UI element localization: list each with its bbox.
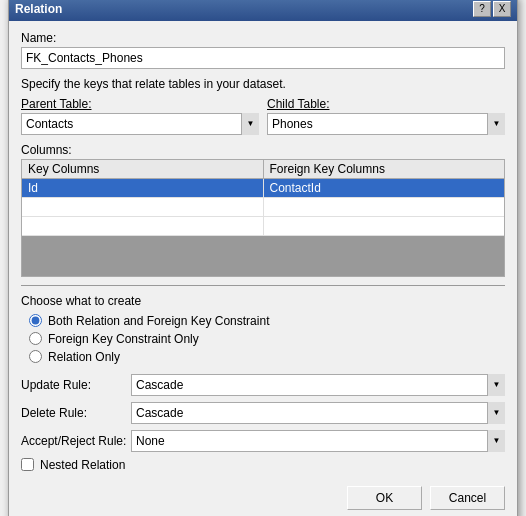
- radio-both-label: Both Relation and Foreign Key Constraint: [48, 314, 269, 328]
- parent-table-select[interactable]: Contacts: [21, 113, 259, 135]
- columns-label: Columns:: [21, 143, 505, 157]
- accept-reject-rule-select[interactable]: None Cascade: [131, 430, 505, 452]
- dialog-body: Name: Specify the keys that relate table…: [9, 21, 517, 517]
- choose-label: Choose what to create: [21, 294, 505, 308]
- specify-text: Specify the keys that relate tables in y…: [21, 77, 505, 91]
- radio-fk-only-input[interactable]: [29, 332, 42, 345]
- key-cell: [22, 217, 264, 235]
- columns-table: Key Columns Foreign Key Columns Id Conta…: [21, 159, 505, 277]
- title-bar-buttons: ? X: [473, 1, 511, 17]
- parent-table-select-wrapper: Contacts ▼: [21, 113, 259, 135]
- name-label: Name:: [21, 31, 505, 45]
- foreign-cell: ContactId: [264, 179, 505, 197]
- child-table-select-wrapper: Phones ▼: [267, 113, 505, 135]
- columns-empty-area: [22, 236, 504, 276]
- ok-button[interactable]: OK: [347, 486, 422, 510]
- nested-relation-row: Nested Relation: [21, 458, 505, 472]
- columns-rows-container: Id ContactId: [22, 179, 504, 236]
- radio-relation-only[interactable]: Relation Only: [29, 350, 505, 364]
- child-table-select[interactable]: Phones: [267, 113, 505, 135]
- nested-relation-checkbox[interactable]: [21, 458, 34, 471]
- columns-header: Key Columns Foreign Key Columns: [22, 160, 504, 179]
- key-cell: Id: [22, 179, 264, 197]
- table-row[interactable]: Id ContactId: [22, 179, 504, 198]
- child-table-group: Child Table: Phones ▼: [267, 97, 505, 135]
- update-rule-row: Update Rule: Cascade None SetNull SetDef…: [21, 374, 505, 396]
- dialog-title: Relation: [15, 2, 62, 16]
- update-rule-label: Update Rule:: [21, 378, 131, 392]
- delete-rule-row: Delete Rule: Cascade None SetNull SetDef…: [21, 402, 505, 424]
- delete-rule-select[interactable]: Cascade None SetNull SetDefault: [131, 402, 505, 424]
- key-columns-header: Key Columns: [22, 160, 264, 178]
- button-row: OK Cancel: [21, 482, 505, 510]
- help-button[interactable]: ?: [473, 1, 491, 17]
- update-rule-select[interactable]: Cascade None SetNull SetDefault: [131, 374, 505, 396]
- radio-both[interactable]: Both Relation and Foreign Key Constraint: [29, 314, 505, 328]
- radio-group: Both Relation and Foreign Key Constraint…: [21, 314, 505, 364]
- cancel-button[interactable]: Cancel: [430, 486, 505, 510]
- radio-fk-only-label: Foreign Key Constraint Only: [48, 332, 199, 346]
- relation-dialog: Relation ? X Name: Specify the keys that…: [8, 0, 518, 516]
- radio-relation-only-label: Relation Only: [48, 350, 120, 364]
- update-rule-select-wrapper: Cascade None SetNull SetDefault ▼: [131, 374, 505, 396]
- parent-table-group: Parent Table: Contacts ▼: [21, 97, 259, 135]
- parent-table-label: Parent Table:: [21, 97, 259, 111]
- name-input[interactable]: [21, 47, 505, 69]
- key-cell: [22, 198, 264, 216]
- section-divider: [21, 285, 505, 286]
- nested-relation-label: Nested Relation: [40, 458, 125, 472]
- accept-reject-rule-select-wrapper: None Cascade ▼: [131, 430, 505, 452]
- accept-reject-rule-row: Accept/Reject Rule: None Cascade ▼: [21, 430, 505, 452]
- columns-section: Columns: Key Columns Foreign Key Columns…: [21, 143, 505, 277]
- table-row[interactable]: [22, 198, 504, 217]
- radio-relation-only-input[interactable]: [29, 350, 42, 363]
- close-button[interactable]: X: [493, 1, 511, 17]
- delete-rule-label: Delete Rule:: [21, 406, 131, 420]
- title-bar: Relation ? X: [9, 0, 517, 21]
- foreign-key-columns-header: Foreign Key Columns: [264, 160, 505, 178]
- foreign-cell: [264, 217, 505, 235]
- table-row[interactable]: [22, 217, 504, 236]
- radio-both-input[interactable]: [29, 314, 42, 327]
- child-table-label: Child Table:: [267, 97, 505, 111]
- accept-reject-rule-label: Accept/Reject Rule:: [21, 434, 131, 448]
- foreign-cell: [264, 198, 505, 216]
- tables-row: Parent Table: Contacts ▼ Child Table: Ph…: [21, 97, 505, 135]
- radio-fk-only[interactable]: Foreign Key Constraint Only: [29, 332, 505, 346]
- delete-rule-select-wrapper: Cascade None SetNull SetDefault ▼: [131, 402, 505, 424]
